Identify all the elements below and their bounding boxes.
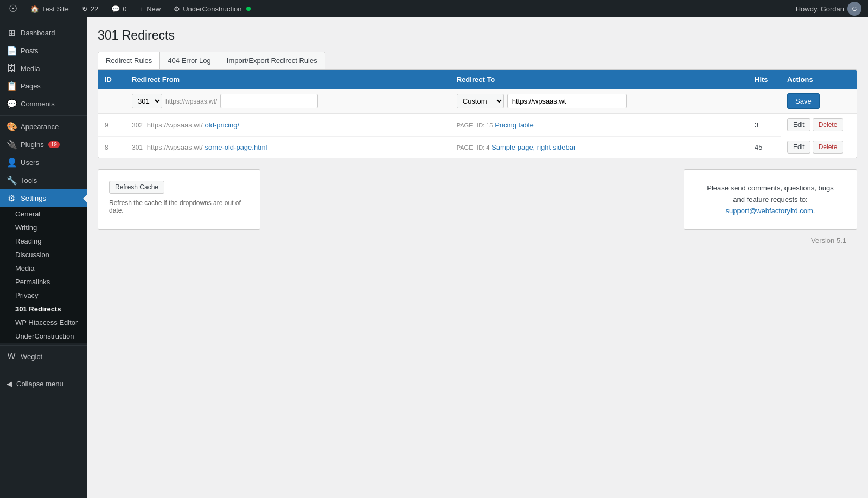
tab-content: ID Redirect From Redirect To Hits Action…: [98, 69, 857, 158]
from-path-input[interactable]: [220, 94, 318, 108]
adminbar-new[interactable]: + New: [138, 0, 163, 17]
adminbar-comments[interactable]: 💬 0: [109, 0, 129, 17]
tabs: Redirect Rules 404 Error Log Import/Expo…: [98, 52, 857, 69]
page-title: 301 Redirects: [98, 28, 857, 43]
support-email[interactable]: support@webfactoryltd.com: [726, 207, 813, 215]
collapse-icon: ◀: [7, 380, 12, 388]
submenu-writing[interactable]: Writing: [0, 221, 87, 234]
edit-button-8[interactable]: Edit: [787, 141, 810, 154]
sidebar-label-comments: Comments: [21, 100, 55, 108]
code-select[interactable]: 301 302 303 307: [132, 94, 162, 108]
settings-submenu: General Writing Reading Discussion Media…: [0, 207, 87, 343]
sidebar-label-tools: Tools: [21, 176, 37, 184]
main-content: 301 Redirects Redirect Rules 404 Error L…: [87, 17, 868, 498]
new-label: New: [146, 5, 161, 13]
plugins-icon: 🔌: [7, 139, 16, 150]
sidebar-item-posts[interactable]: 📄 Posts: [0, 42, 87, 60]
refresh-cache-button[interactable]: Refresh Cache: [109, 181, 164, 194]
collapse-label: Collapse menu: [16, 380, 63, 388]
cache-panel: Refresh Cache Refresh the cache if the d…: [98, 169, 260, 230]
tab-redirect-rules[interactable]: Redirect Rules: [98, 52, 160, 69]
sidebar-item-appearance[interactable]: 🎨 Appearance: [0, 118, 87, 136]
row-hits-9: 3: [748, 114, 781, 137]
from-path-9[interactable]: old-pricing/: [205, 121, 240, 129]
adminbar-wp-logo[interactable]: ☉: [7, 0, 20, 17]
th-actions: Actions: [781, 70, 857, 89]
from-domain-label: https://wpsaas.wt/: [165, 98, 217, 105]
submenu-reading[interactable]: Reading: [0, 234, 87, 248]
submenu-discussion[interactable]: Discussion: [0, 248, 87, 261]
row-from-8: 301 https://wpsaas.wt/ some-old-page.htm…: [125, 136, 450, 158]
updates-icon: ↻: [82, 5, 88, 13]
sidebar-item-plugins[interactable]: 🔌 Plugins 19: [0, 136, 87, 154]
comment-count: 0: [123, 5, 126, 13]
submenu-301redirects[interactable]: 301 Redirects: [0, 302, 87, 316]
plus-icon: +: [140, 5, 144, 13]
row-id-9: 9: [98, 114, 125, 137]
sidebar: ⊞ Dashboard 📄 Posts 🖼 Media 📋 Pages 💬 Co…: [0, 17, 87, 498]
posts-icon: 📄: [7, 46, 16, 56]
row-actions-9: Edit Delete: [781, 114, 857, 136]
weglot-icon: W: [7, 352, 16, 361]
row-hits-8: 45: [748, 136, 781, 158]
edit-button-9[interactable]: Edit: [787, 118, 810, 131]
add-row-to-cell: Custom Page Post Category: [450, 89, 748, 114]
tab-import-export[interactable]: Import/Export Redirect Rules: [219, 52, 326, 69]
type-select[interactable]: Custom Page Post Category: [457, 94, 504, 108]
sidebar-item-comments[interactable]: 💬 Comments: [0, 95, 87, 113]
row-actions-8: Edit Delete: [781, 136, 857, 158]
adminbar-site[interactable]: 🏠 Test Site: [28, 0, 71, 17]
submenu-privacy[interactable]: Privacy: [0, 289, 87, 302]
to-url-input[interactable]: [507, 94, 627, 108]
plugin-icon: ⚙: [174, 5, 180, 13]
adminbar-plugin[interactable]: ⚙ UnderConstruction: [171, 0, 252, 17]
submenu-wphtaccess[interactable]: WP Htaccess Editor: [0, 316, 87, 329]
adminbar-updates[interactable]: ↻ 22: [80, 0, 100, 17]
sidebar-item-dashboard[interactable]: ⊞ Dashboard: [0, 24, 87, 42]
add-row-actions-cell: Save: [781, 89, 857, 114]
comments-icon: 💬: [7, 99, 16, 109]
row-to-9: PAGE ID: 15 Pricing table: [450, 114, 748, 137]
th-id: ID: [98, 70, 125, 89]
delete-button-9[interactable]: Delete: [813, 118, 844, 131]
admin-bar: ☉ 🏠 Test Site ↻ 22 💬 0 + New ⚙ UnderCons…: [0, 0, 868, 17]
th-redirect-to: Redirect To: [450, 70, 748, 89]
sidebar-label-media: Media: [21, 65, 40, 73]
sidebar-item-media[interactable]: 🖼 Media: [0, 60, 87, 77]
submenu-general[interactable]: General: [0, 207, 87, 221]
table-row: 8 301 https://wpsaas.wt/ some-old-page.h…: [98, 136, 857, 158]
add-row-hits-cell: [748, 89, 781, 114]
delete-button-8[interactable]: Delete: [813, 141, 844, 154]
row-from-9: 302 https://wpsaas.wt/ old-pricing/: [125, 114, 450, 137]
pages-icon: 📋: [7, 81, 16, 91]
sidebar-label-dashboard: Dashboard: [21, 29, 55, 37]
add-row-from-cell: 301 302 303 307 https://wpsaas.wt/: [125, 89, 450, 114]
tools-icon: 🔧: [7, 175, 16, 186]
save-button[interactable]: Save: [787, 93, 820, 109]
version-text: Version 5.1: [811, 237, 846, 245]
th-redirect-from: Redirect From: [125, 70, 450, 89]
submenu-media[interactable]: Media: [0, 261, 87, 275]
collapse-menu[interactable]: ◀ Collapse menu: [0, 376, 87, 392]
user-greeting: Howdy, Gordan: [796, 5, 844, 13]
sidebar-item-tools[interactable]: 🔧 Tools: [0, 171, 87, 189]
sidebar-item-settings[interactable]: ⚙ Settings: [0, 189, 87, 207]
sidebar-item-pages[interactable]: 📋 Pages: [0, 77, 87, 95]
adminbar-user: Howdy, Gordan G: [796, 2, 861, 16]
sidebar-item-weglot[interactable]: W Weglot: [0, 348, 87, 365]
support-text: Please send comments, questions, bugs an…: [697, 183, 844, 216]
cache-description: Refresh the cache if the dropdowns are o…: [109, 199, 249, 214]
submenu-permalinks[interactable]: Permalinks: [0, 275, 87, 289]
tab-404-error-log[interactable]: 404 Error Log: [159, 52, 219, 69]
sidebar-label-settings: Settings: [21, 194, 46, 202]
site-icon: 🏠: [30, 5, 39, 13]
support-panel: Please send comments, questions, bugs an…: [684, 169, 857, 230]
wp-logo-icon: ☉: [9, 3, 17, 15]
submenu-underconstruction[interactable]: UnderConstruction: [0, 329, 87, 343]
media-icon: 🖼: [7, 63, 16, 73]
from-path-8[interactable]: some-old-page.html: [205, 143, 267, 151]
footer: Version 5.1: [98, 230, 857, 251]
users-icon: 👤: [7, 157, 16, 168]
sidebar-item-users[interactable]: 👤 Users: [0, 154, 87, 171]
row-to-8: PAGE ID: 4 Sample page, right sidebar: [450, 136, 748, 158]
